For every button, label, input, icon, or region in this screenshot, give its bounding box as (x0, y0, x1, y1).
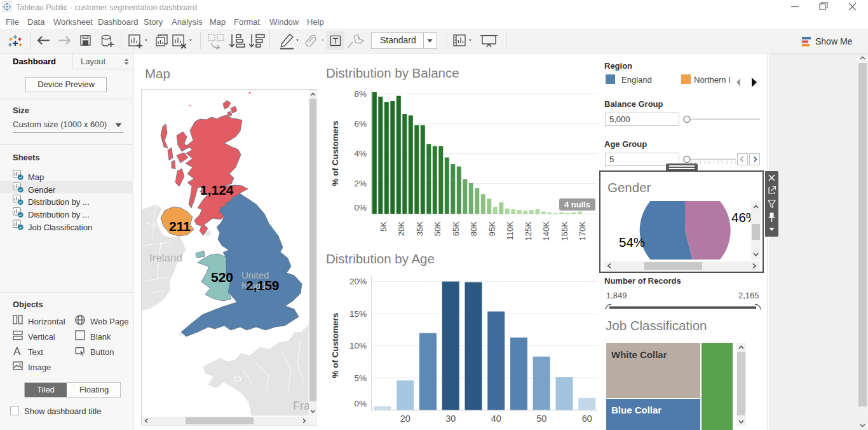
svg-text:50: 50 (536, 413, 546, 424)
svg-text:60: 60 (582, 413, 592, 424)
svg-text:2%: 2% (354, 179, 367, 188)
svg-text:155K: 155K (560, 221, 569, 241)
svg-text:35K: 35K (415, 221, 424, 236)
svg-text:Ireland: Ireland (149, 252, 182, 264)
svg-text:125K: 125K (524, 221, 533, 241)
svg-text:20%: 20% (349, 277, 367, 286)
svg-text:1,124: 1,124 (200, 183, 234, 197)
svg-text:% of Customers: % of Customers (330, 121, 340, 186)
svg-text:2,159: 2,159 (246, 278, 280, 293)
svg-text:20K: 20K (397, 221, 406, 236)
svg-text:0%: 0% (354, 203, 367, 212)
svg-text:30: 30 (445, 413, 456, 424)
svg-text:211: 211 (169, 219, 191, 233)
svg-text:80K: 80K (469, 221, 478, 236)
svg-text:6%: 6% (354, 119, 367, 128)
svg-text:520: 520 (211, 270, 233, 284)
svg-text:8%: 8% (354, 89, 367, 99)
svg-text:5K: 5K (379, 221, 388, 232)
svg-text:170K: 170K (578, 221, 587, 241)
svg-text:65K: 65K (451, 221, 461, 236)
svg-text:40: 40 (491, 413, 501, 424)
svg-text:15%: 15% (349, 309, 367, 319)
svg-text:50K: 50K (433, 221, 442, 236)
svg-text:4 nulls: 4 nulls (564, 200, 590, 209)
svg-text:10%: 10% (349, 341, 367, 350)
svg-text:A: A (13, 345, 21, 357)
svg-text:0%: 0% (354, 399, 367, 408)
svg-text:20: 20 (400, 413, 410, 424)
svg-text:% of Customers: % of Customers (330, 313, 340, 378)
svg-text:110K: 110K (505, 221, 515, 240)
svg-text:5%: 5% (354, 373, 367, 383)
svg-text:140K: 140K (541, 221, 551, 241)
svg-text:4%: 4% (354, 149, 367, 158)
svg-text:95K: 95K (487, 221, 497, 236)
svg-text:54%: 54% (619, 235, 645, 249)
svg-text:Fra: Fra (293, 399, 309, 412)
